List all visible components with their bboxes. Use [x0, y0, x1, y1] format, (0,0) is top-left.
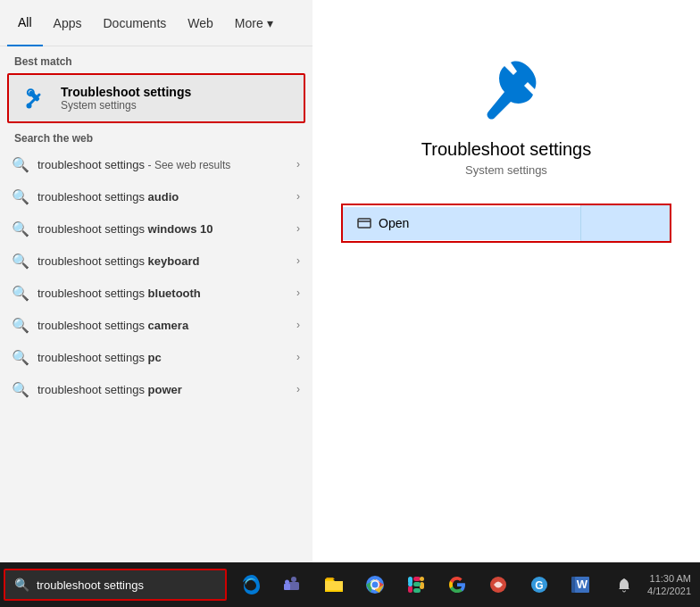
result-item-4[interactable]: 🔍 troubleshoot settings keyboard ›: [0, 245, 312, 277]
result-text-7: troubleshoot settings pc: [38, 351, 288, 364]
result-text-8: troubleshoot settings power: [38, 383, 288, 396]
result-item-3[interactable]: 🔍 troubleshoot settings windows 10 ›: [0, 212, 312, 245]
result-item-7[interactable]: 🔍 troubleshoot settings pc ›: [0, 341, 312, 373]
result-text-4: troubleshoot settings keyboard: [38, 254, 288, 268]
svg-rect-18: [420, 577, 424, 581]
result-item-8[interactable]: 🔍 troubleshoot settings power ›: [0, 373, 312, 405]
chevron-right-icon-4: ›: [296, 254, 300, 267]
taskbar-clock: 11:30 AM 4/12/2021: [647, 572, 691, 598]
svg-rect-17: [420, 582, 424, 589]
taskbar-word[interactable]: W: [561, 565, 600, 604]
taskbar-app-7[interactable]: [479, 565, 518, 604]
chevron-right-icon-6: ›: [296, 319, 300, 331]
right-panel: Troubleshoot settings System settings Op…: [312, 0, 700, 562]
svg-rect-16: [413, 588, 421, 593]
best-match-label: Best match: [0, 46, 312, 73]
result-text-5: troubleshoot settings bluetooth: [38, 287, 288, 300]
svg-text:W: W: [577, 578, 588, 591]
wrench-icon: [21, 84, 50, 112]
taskbar-slack[interactable]: [396, 565, 436, 604]
result-item-5[interactable]: 🔍 troubleshoot settings bluetooth ›: [0, 277, 312, 309]
chevron-right-icon-5: ›: [296, 287, 300, 299]
search-web-label: Search the web: [0, 123, 312, 148]
open-label: Open: [379, 216, 409, 230]
taskbar-notifications[interactable]: [604, 565, 644, 604]
tab-more[interactable]: More ▾: [224, 0, 284, 46]
svg-rect-19: [408, 582, 412, 586]
result-item-1[interactable]: 🔍 troubleshoot settings - See web result…: [0, 148, 312, 180]
result-text-1: troubleshoot settings - See web results: [38, 158, 288, 171]
taskbar-right: 11:30 AM 4/12/2021: [604, 565, 696, 604]
tab-bar: All Apps Documents Web More ▾: [0, 0, 312, 46]
large-wrench-icon: [471, 54, 542, 125]
taskbar-edge[interactable]: [232, 565, 271, 604]
chevron-right-icon-3: ›: [296, 222, 300, 235]
taskbar-chrome-1[interactable]: [355, 565, 395, 604]
svg-rect-7: [284, 584, 290, 590]
tab-documents[interactable]: Documents: [92, 0, 177, 46]
best-match-item[interactable]: Troubleshoot settings System settings: [7, 73, 305, 123]
svg-rect-20: [413, 582, 421, 586]
chevron-right-icon: ›: [296, 158, 300, 170]
open-window-icon: [357, 216, 371, 231]
search-icon-8: 🔍: [12, 381, 29, 397]
svg-point-12: [372, 582, 379, 588]
taskbar-teams[interactable]: [273, 565, 312, 604]
result-item-2[interactable]: 🔍 troubleshoot settings audio ›: [0, 180, 312, 212]
best-match-subtitle: System settings: [61, 99, 191, 112]
taskbar-apps: G W: [232, 565, 603, 604]
tab-web[interactable]: Web: [177, 0, 224, 46]
taskbar-search-text: troubleshoot settings: [37, 578, 144, 592]
svg-text:G: G: [535, 579, 543, 592]
result-text-6: troubleshoot settings camera: [38, 319, 288, 332]
svg-rect-13: [408, 586, 412, 593]
taskbar-app-8[interactable]: G: [520, 565, 559, 604]
open-button-container: Open: [341, 204, 671, 243]
svg-point-8: [285, 580, 289, 585]
search-icon-3: 🔍: [12, 220, 29, 237]
svg-rect-15: [413, 577, 421, 581]
right-panel-subtitle: System settings: [465, 163, 547, 177]
search-icon-6: 🔍: [12, 317, 29, 333]
best-match-text: Troubleshoot settings System settings: [61, 85, 191, 112]
result-item-6[interactable]: 🔍 troubleshoot settings camera ›: [0, 309, 312, 341]
result-text-2: troubleshoot settings audio: [38, 190, 288, 204]
taskbar-search-icon: 🔍: [14, 578, 29, 592]
search-icon-2: 🔍: [12, 188, 29, 204]
chevron-right-icon-7: ›: [296, 351, 300, 363]
search-icon: 🔍: [12, 156, 29, 172]
svg-rect-3: [358, 219, 371, 228]
taskbar-google[interactable]: [438, 565, 477, 604]
chevron-right-icon-2: ›: [296, 190, 300, 203]
tab-all[interactable]: All: [7, 0, 43, 46]
svg-point-2: [27, 104, 32, 109]
taskbar-explorer[interactable]: [314, 565, 354, 604]
search-icon-5: 🔍: [12, 285, 29, 301]
search-icon-7: 🔍: [12, 349, 29, 365]
tab-apps[interactable]: Apps: [43, 0, 93, 46]
result-text-3: troubleshoot settings windows 10: [38, 222, 288, 236]
taskbar: 🔍 troubleshoot settings: [0, 562, 700, 607]
open-button[interactable]: Open: [343, 207, 580, 240]
taskbar-search-box[interactable]: 🔍 troubleshoot settings: [4, 569, 227, 601]
svg-point-6: [291, 577, 296, 582]
chevron-right-icon-8: ›: [296, 383, 300, 395]
best-match-title: Troubleshoot settings: [61, 85, 191, 99]
right-panel-title: Troubleshoot settings: [421, 139, 591, 160]
search-icon-4: 🔍: [12, 253, 29, 269]
left-panel: All Apps Documents Web More ▾ Best match…: [0, 0, 312, 562]
open-button-extra: [580, 205, 670, 241]
chevron-down-icon: ▾: [267, 16, 273, 30]
